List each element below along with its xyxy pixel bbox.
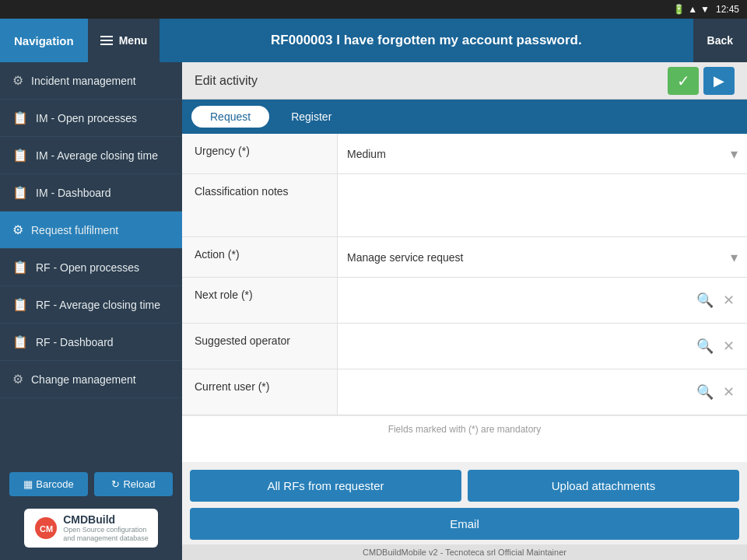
sidebar-item-label: Incident management: [31, 75, 136, 87]
action-label: Action (*): [182, 237, 338, 277]
current-user-actions: 🔍 ✕: [693, 380, 738, 404]
action-row: Action (*) Manage service request ▾: [182, 237, 747, 278]
activity-title: Edit activity: [195, 74, 258, 88]
sidebar-item-rf-open-processes[interactable]: 📋 RF - Open processes: [0, 249, 182, 286]
barcode-button[interactable]: ▦ Barcode: [9, 472, 88, 496]
reload-label: Reload: [123, 478, 155, 490]
header-action-buttons: ✓ ▶: [668, 67, 735, 95]
sidebar-item-label: RF - Dashboard: [36, 336, 114, 348]
tab-register[interactable]: Register: [272, 106, 350, 128]
current-user-search-button[interactable]: 🔍: [693, 380, 717, 404]
top-bar: Navigation Menu RF000003 I have forgotte…: [0, 19, 747, 62]
urgency-label: Urgency (*): [182, 134, 338, 173]
next-role-label: Next role (*): [182, 278, 338, 323]
logo-area: CM CMDBuild Open Source configurationand…: [9, 504, 173, 552]
suggested-operator-actions: 🔍 ✕: [693, 334, 738, 358]
wifi-icon: ▼: [700, 4, 710, 15]
footer-buttons: ▦ Barcode ↻ Reload: [9, 472, 173, 496]
activity-header: Edit activity ✓ ▶: [182, 62, 747, 100]
next-role-row: Next role (*) 🔍 ✕: [182, 278, 747, 324]
action-row-1: All RFs from requester Upload attachment…: [190, 470, 739, 502]
sidebar-item-rf-dashboard[interactable]: 📋 RF - Dashboard: [0, 324, 182, 361]
next-role-clear-button[interactable]: ✕: [720, 289, 738, 312]
sidebar-item-rf-avg-closing[interactable]: 📋 RF - Average closing time: [0, 286, 182, 324]
signal-icon: ▲: [688, 4, 697, 15]
cmdbuild-logo-icon: CM: [33, 516, 58, 541]
gear-icon: ⚙: [12, 372, 23, 387]
list-icon: 📋: [12, 334, 28, 349]
sidebar-item-im-open-processes[interactable]: 📋 IM - Open processes: [0, 100, 182, 137]
action-value[interactable]: Manage service request ▾: [338, 237, 747, 277]
action-dropdown-icon: ▾: [731, 249, 738, 266]
clock: 12:45: [716, 4, 739, 15]
sidebar-item-label: Request fulfilment: [31, 224, 118, 236]
sidebar-item-label: Change management: [31, 373, 136, 386]
play-button[interactable]: ▶: [703, 67, 735, 95]
suggested-operator-search-button[interactable]: 🔍: [693, 334, 717, 358]
urgency-row: Urgency (*) Medium ▾: [182, 134, 747, 174]
logo-text: CMDBuild: [63, 513, 149, 526]
mandatory-note: Fields marked with (*) are mandatory: [182, 415, 747, 443]
classification-notes-row: Classification notes: [182, 174, 747, 237]
logo: CM CMDBuild Open Source configurationand…: [24, 509, 158, 548]
urgency-dropdown-icon: ▾: [731, 145, 738, 163]
urgency-text: Medium: [347, 148, 386, 160]
current-user-clear-button[interactable]: ✕: [720, 380, 738, 404]
logo-subtext: Open Source configurationand management …: [63, 526, 149, 543]
barcode-label: Barcode: [36, 478, 73, 490]
footer: CMDBuildMobile v2 - Tecnoteca srl Offici…: [182, 544, 747, 560]
classification-notes-label: Classification notes: [182, 174, 338, 236]
list-icon: 📋: [12, 297, 28, 312]
play-icon: ▶: [714, 72, 724, 89]
next-role-actions: 🔍 ✕: [693, 289, 738, 312]
sidebar-item-change-management[interactable]: ⚙ Change management: [0, 361, 182, 398]
suggested-operator-label: Suggested operator: [182, 324, 338, 369]
current-user-value: 🔍 ✕: [338, 369, 747, 415]
sidebar: ⚙ Incident management 📋 IM - Open proces…: [0, 62, 182, 560]
sidebar-item-label: IM - Open processes: [36, 112, 137, 124]
sidebar-item-label: RF - Open processes: [36, 261, 139, 274]
bottom-actions: All RFs from requester Upload attachment…: [182, 462, 747, 544]
reload-button[interactable]: ↻ Reload: [94, 472, 173, 496]
urgency-value[interactable]: Medium ▾: [338, 134, 747, 173]
status-icons: 🔋 ▲ ▼: [673, 4, 710, 15]
menu-label: Menu: [119, 34, 148, 47]
menu-icon: [100, 36, 113, 45]
classification-notes-value[interactable]: [338, 174, 747, 236]
barcode-icon: ▦: [23, 478, 33, 490]
sidebar-item-request-fulfilment[interactable]: ⚙ Request fulfilment: [0, 212, 182, 249]
gear-icon: ⚙: [12, 222, 23, 237]
tabs-bar: Request Register: [182, 100, 747, 134]
form-area: Urgency (*) Medium ▾ Classification note…: [182, 134, 747, 462]
email-button[interactable]: Email: [190, 508, 739, 540]
sidebar-item-label: RF - Average closing time: [36, 299, 160, 311]
next-role-search-button[interactable]: 🔍: [693, 289, 717, 312]
confirm-button[interactable]: ✓: [668, 67, 699, 95]
navigation-button[interactable]: Navigation: [0, 19, 88, 62]
reload-icon: ↻: [111, 478, 120, 490]
sidebar-item-incident-management[interactable]: ⚙ Incident management: [0, 62, 182, 100]
footer-text: CMDBuildMobile v2 - Tecnoteca srl Offici…: [363, 548, 566, 557]
sidebar-item-label: IM - Average closing time: [36, 149, 158, 162]
next-role-value: 🔍 ✕: [338, 278, 747, 323]
current-user-label: Current user (*): [182, 369, 338, 415]
all-rfs-button[interactable]: All RFs from requester: [190, 470, 461, 502]
current-user-row: Current user (*) 🔍 ✕: [182, 369, 747, 415]
tab-request[interactable]: Request: [191, 106, 269, 128]
page-title: RF000003 I have forgotten my account pas…: [160, 33, 693, 48]
suggested-operator-value: 🔍 ✕: [338, 324, 747, 369]
check-icon: ✓: [677, 72, 690, 90]
action-row-2: Email: [190, 508, 739, 540]
main-content: Edit activity ✓ ▶ Request Register: [182, 62, 747, 560]
sidebar-item-im-dashboard[interactable]: 📋 IM - Dashboard: [0, 174, 182, 212]
sidebar-item-label: IM - Dashboard: [36, 187, 110, 199]
action-text: Manage service request: [347, 251, 463, 264]
back-button[interactable]: Back: [693, 19, 747, 62]
sidebar-item-im-avg-closing[interactable]: 📋 IM - Average closing time: [0, 137, 182, 174]
svg-text:CM: CM: [40, 524, 53, 534]
menu-button[interactable]: Menu: [88, 19, 160, 62]
suggested-operator-row: Suggested operator 🔍 ✕: [182, 324, 747, 369]
suggested-operator-clear-button[interactable]: ✕: [720, 334, 738, 358]
status-bar: 🔋 ▲ ▼ 12:45: [0, 0, 747, 19]
upload-attachments-button[interactable]: Upload attachments: [468, 470, 739, 502]
